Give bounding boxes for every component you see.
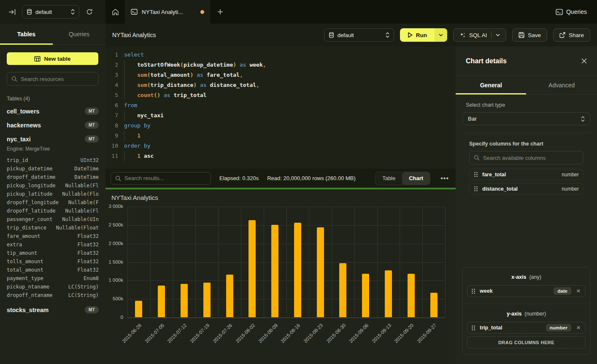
- save-label: Save: [528, 32, 541, 38]
- top-bar: default NYTaxi Analyti... Queries: [0, 0, 597, 24]
- run-options-button[interactable]: [435, 28, 447, 42]
- sparkles-icon: [459, 32, 466, 38]
- remove-chip-icon[interactable]: ✕: [575, 288, 581, 294]
- divider: [462, 133, 590, 133]
- bar-2015-08-02[interactable]: [249, 220, 256, 317]
- column-name: pickup_latitude: [7, 191, 52, 198]
- sidebar-tab-queries[interactable]: Queries: [53, 24, 105, 44]
- run-button[interactable]: Run: [400, 28, 435, 42]
- y-tick-label: 2 500k: [98, 222, 123, 227]
- home-tab[interactable]: [105, 0, 125, 24]
- column-row: passenger_countNullable(UIn: [0, 215, 105, 224]
- drop-zone[interactable]: DRAG COLUMNS HERE: [467, 336, 586, 348]
- chip-type-badge: number: [546, 324, 571, 332]
- axis-chip-trip_total[interactable]: trip_totalnumber✕: [467, 322, 586, 334]
- table-item-stocks_stream[interactable]: stocks_streamMT: [0, 303, 105, 317]
- bar-2015-07-19[interactable]: [203, 283, 211, 317]
- column-row: payment_typeEnum8: [0, 274, 105, 283]
- available-column-fare_total[interactable]: fare_totalnumber: [469, 169, 583, 180]
- bar-2015-09-20[interactable]: [408, 274, 415, 317]
- column-name: dropoff_latitude: [7, 208, 56, 215]
- bar-2015-09-13[interactable]: [385, 270, 392, 317]
- run-button-group: Run: [400, 28, 447, 42]
- drag-handle-icon[interactable]: [474, 172, 478, 177]
- code-line: 5count() as trip_total: [105, 90, 456, 100]
- resource-search-input[interactable]: [21, 76, 94, 82]
- sql-ai-button[interactable]: SQL AI: [453, 28, 506, 42]
- tab-general[interactable]: General: [456, 76, 527, 94]
- bar-2015-07-05[interactable]: [158, 286, 165, 317]
- table-item-nyc_taxi[interactable]: nyc_taxiMT: [0, 132, 105, 146]
- bar-2015-08-30[interactable]: [339, 263, 346, 317]
- column-name: trip_distance: [7, 224, 46, 232]
- column-row: trip_idUInt32: [0, 156, 105, 164]
- tab-advanced[interactable]: Advanced: [527, 76, 597, 94]
- column-row: pickup_ntanameLC(String): [0, 283, 105, 291]
- search-icon: [474, 155, 480, 161]
- tables-section-label: Tables (4): [7, 96, 99, 102]
- chevron-updown-icon: [386, 32, 389, 38]
- divider: [463, 304, 590, 304]
- new-tab-button[interactable]: [210, 0, 230, 24]
- collapse-sidebar-icon[interactable]: [6, 6, 18, 18]
- bar-2015-08-09[interactable]: [271, 225, 278, 317]
- column-type: Nullable(UIn: [62, 216, 99, 223]
- bar-2015-08-16[interactable]: [294, 223, 301, 317]
- queries-label: Queries: [566, 8, 587, 15]
- bar-2015-09-27[interactable]: [430, 293, 438, 317]
- axis-chip-week[interactable]: weekdate✕: [467, 285, 586, 297]
- bar-2015-07-26[interactable]: [226, 275, 233, 317]
- columns-search[interactable]: [469, 151, 583, 164]
- database-selector[interactable]: default: [22, 5, 79, 19]
- column-type: Float32: [77, 241, 99, 248]
- column-type: Enum8: [84, 275, 99, 282]
- run-label: Run: [416, 32, 427, 38]
- engine-badge: MT: [85, 121, 99, 129]
- bar-2015-08-23[interactable]: [317, 227, 324, 317]
- query-header: NYTaxi Analytics default Run: [105, 24, 597, 46]
- bar-2015-07-12[interactable]: [181, 284, 188, 317]
- tab-nytaxi-analytics[interactable]: NYTaxi Analyti...: [125, 0, 210, 24]
- share-icon: [559, 32, 565, 38]
- share-button[interactable]: Share: [553, 28, 590, 42]
- save-button[interactable]: Save: [512, 28, 547, 42]
- results-search[interactable]: [111, 172, 211, 185]
- drag-handle-icon[interactable]: [471, 325, 475, 331]
- table-name: nyc_taxi: [7, 136, 31, 143]
- column-type: Nullable(Fl: [65, 208, 99, 215]
- resource-search[interactable]: [7, 72, 99, 86]
- close-icon[interactable]: [581, 58, 587, 64]
- table-item-cell_towers[interactable]: cell_towersMT: [0, 104, 105, 118]
- chevron-updown-icon: [71, 9, 75, 15]
- columns-search-input[interactable]: [483, 155, 579, 161]
- column-name: distance_total: [482, 186, 518, 192]
- chevron-down-icon[interactable]: [496, 34, 500, 37]
- header-database-selector[interactable]: default: [324, 28, 394, 42]
- drag-handle-icon[interactable]: [474, 186, 478, 191]
- gridline-v: [173, 207, 173, 318]
- gridline-v: [309, 207, 309, 318]
- queries-button[interactable]: Queries: [546, 0, 597, 24]
- remove-chip-icon[interactable]: ✕: [575, 325, 581, 331]
- bar-2015-06-28[interactable]: [135, 301, 142, 317]
- line-number: 7: [105, 111, 118, 121]
- new-table-button[interactable]: New table: [7, 52, 98, 65]
- column-type: Nullable(F: [68, 199, 99, 206]
- more-options-icon[interactable]: •••: [439, 175, 451, 182]
- topbar-left: default: [0, 0, 105, 24]
- y-tick-label: 1 500k: [98, 259, 123, 264]
- sql-editor[interactable]: 1select2toStartOfWeek(pickup_datetime) a…: [105, 46, 456, 169]
- available-column-distance_total[interactable]: distance_totalnumber: [469, 183, 583, 194]
- chart-type-select[interactable]: Bar: [462, 112, 590, 125]
- chart-view-button[interactable]: Chart: [402, 172, 430, 185]
- results-search-input[interactable]: [124, 175, 206, 181]
- drag-handle-icon[interactable]: [471, 289, 475, 294]
- sidebar-tab-tables[interactable]: Tables: [0, 24, 53, 44]
- search-icon: [115, 175, 121, 181]
- refresh-icon[interactable]: [84, 6, 95, 18]
- y-tick-label: 2 000k: [98, 241, 123, 246]
- column-row: extraFloat32: [0, 240, 105, 249]
- table-view-button[interactable]: Table: [375, 172, 402, 185]
- bar-2015-09-06[interactable]: [362, 274, 369, 317]
- table-item-hackernews[interactable]: hackernewsMT: [0, 118, 105, 132]
